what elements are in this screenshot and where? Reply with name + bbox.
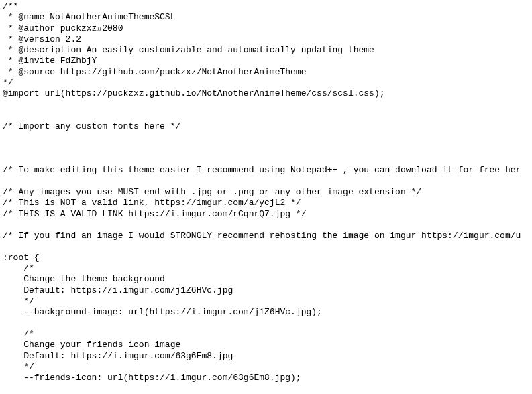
- code-line: /* To make editing this theme easier I r…: [3, 165, 521, 175]
- code-line: Change the theme background: [3, 274, 165, 284]
- code-line: /* If you find an image I would STRONGLY…: [3, 231, 521, 241]
- code-line: /**: [3, 1, 18, 11]
- code-line: * @name NotAnotherAnimeThemeSCSL: [3, 12, 175, 22]
- code-line: */: [3, 296, 34, 306]
- code-line: * @source https://github.com/puckzxz/Not…: [3, 67, 306, 77]
- code-editor-content[interactable]: /** * @name NotAnotherAnimeThemeSCSL * @…: [0, 0, 532, 394]
- code-line: Change your friends icon image: [3, 340, 180, 350]
- code-line: --background-image: url(https://i.imgur.…: [3, 307, 322, 317]
- code-line: :root {: [3, 253, 40, 263]
- code-line: */: [3, 78, 13, 88]
- code-line: @import url(https://puckzxz.github.io/No…: [3, 88, 385, 98]
- code-line: --friends-icon: url(https://i.imgur.com/…: [3, 373, 301, 383]
- code-line: Default: https://i.imgur.com/j1Z6HVc.jpg: [3, 285, 233, 296]
- code-line: * @author puckzxz#2080: [3, 23, 123, 34]
- code-line: * @version 2.2: [3, 34, 81, 44]
- code-line: * @description An easily customizable an…: [3, 45, 374, 55]
- code-line: /* Import any custom fonts here */: [3, 121, 180, 131]
- code-line: /*: [3, 263, 34, 273]
- code-line: /* This is NOT a valid link, https://img…: [3, 198, 301, 208]
- code-line: Default: https://i.imgur.com/63g6Em8.jpg: [3, 351, 233, 361]
- code-line: * @invite FdZhbjY: [3, 56, 97, 66]
- code-line: */: [3, 362, 34, 372]
- code-line: /* Any images you use MUST end with .jpg…: [3, 187, 421, 197]
- code-line: /*: [3, 329, 34, 339]
- code-line: /* THIS IS A VALID LINK https://i.imgur.…: [3, 209, 306, 219]
